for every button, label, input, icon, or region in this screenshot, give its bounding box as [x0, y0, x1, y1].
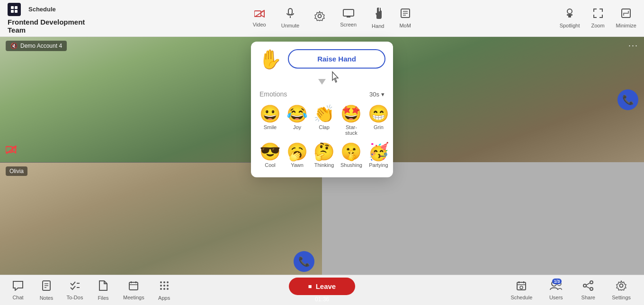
zoom-icon — [593, 8, 603, 21]
phone-button-right[interactable]: 📞 — [617, 89, 638, 110]
svg-point-36 — [167, 281, 169, 283]
share-label: Share — [581, 295, 595, 300]
notes-button[interactable]: Notes — [32, 278, 61, 303]
emoji-thinking[interactable]: 🤔 Thinking — [313, 141, 336, 170]
top-bar-left: Schedule Frontend Development Team — [0, 3, 104, 34]
emoji-yawn[interactable]: 🥱 Yawn — [286, 141, 309, 170]
mom-label: MoM — [399, 23, 411, 28]
meeting-title: Frontend Development Team — [8, 18, 97, 34]
minimize-button[interactable]: Minimize — [616, 8, 636, 28]
chat-icon — [12, 280, 24, 294]
notes-label: Notes — [40, 295, 54, 301]
unmute-icon — [286, 8, 295, 21]
timer-select[interactable]: 30s ▾ — [369, 91, 385, 98]
todos-icon — [70, 280, 80, 294]
settings-nav-icon — [616, 280, 626, 294]
hand-icon — [373, 8, 383, 21]
screen-button[interactable]: Screen — [340, 9, 357, 27]
bottom-bar: Chat Notes To-Dos Files Meetings — [0, 275, 644, 305]
svg-line-54 — [586, 287, 590, 288]
emoji-grin[interactable]: 😁 Grin — [367, 104, 390, 138]
svg-rect-1 — [15, 6, 18, 9]
demo-account-label: 🔇 Demo Account 4 — [6, 41, 67, 51]
emoji-grid: 😀 Smile 😂 Joy 👏 Clap 🤩 Star-stuck 😁 Grin… — [259, 104, 385, 170]
raise-hand-section: ✋ Raise Hand — [259, 49, 385, 69]
users-label: Users — [549, 295, 563, 300]
svg-rect-2 — [11, 10, 14, 13]
timer-value: 30s — [369, 91, 379, 98]
emoji-partying[interactable]: 🥳 Partying — [367, 141, 390, 170]
popup-arrow — [259, 75, 385, 88]
hand-button[interactable]: Hand — [372, 8, 384, 29]
emoji-clap[interactable]: 👏 Clap — [313, 104, 336, 138]
share-button[interactable]: Share — [574, 279, 602, 302]
svg-point-37 — [160, 285, 162, 287]
settings-nav-button[interactable]: Settings — [606, 279, 636, 302]
emoji-joy[interactable]: 😂 Joy — [286, 104, 309, 138]
top-bar: Schedule Frontend Development Team Video… — [0, 0, 644, 37]
leave-button[interactable]: ■ Leave — [289, 278, 355, 295]
mom-icon — [400, 8, 411, 21]
svg-point-50 — [590, 281, 593, 284]
bottom-bar-left: Chat Notes To-Dos Files Meetings — [0, 278, 289, 303]
svg-point-52 — [590, 288, 593, 290]
todos-label: To-Dos — [67, 295, 83, 300]
phone-button-bottom[interactable]: 📞 — [294, 251, 314, 272]
zoom-button[interactable]: Zoom — [591, 8, 604, 28]
svg-point-51 — [583, 284, 586, 287]
files-button[interactable]: Files — [89, 278, 117, 303]
chat-button[interactable]: Chat — [4, 279, 32, 302]
svg-point-38 — [163, 285, 165, 287]
unmute-label: Unmute — [281, 23, 300, 28]
svg-rect-30 — [129, 282, 138, 290]
zoom-label: Zoom — [591, 23, 604, 28]
svg-point-39 — [167, 285, 169, 287]
apps-button[interactable]: Apps — [150, 278, 179, 303]
settings-button[interactable] — [314, 11, 325, 26]
bottom-bar-right: Schedule 1/3 Users Share Settings — [355, 279, 644, 302]
screen-icon — [343, 9, 354, 20]
emoji-smile[interactable]: 😀 Smile — [259, 104, 282, 138]
svg-point-40 — [160, 288, 162, 290]
raise-hand-button[interactable]: Raise Hand — [288, 49, 385, 69]
raise-hand-emoji: ✋ — [259, 50, 282, 69]
svg-point-41 — [163, 288, 165, 290]
svg-rect-3 — [15, 10, 18, 13]
todos-button[interactable]: To-Dos — [61, 279, 89, 302]
svg-point-55 — [620, 284, 623, 287]
bottom-bar-center: ■ Leave 01:36 — [289, 278, 355, 303]
stop-icon: ■ — [308, 283, 312, 290]
share-icon — [583, 280, 593, 294]
svg-rect-19 — [568, 16, 571, 17]
apps-icon — [159, 280, 170, 294]
settings-nav-label: Settings — [612, 295, 631, 300]
video-off-icon — [6, 146, 17, 157]
svg-point-17 — [567, 9, 572, 14]
minimize-icon — [621, 8, 631, 21]
svg-line-53 — [586, 283, 590, 285]
svg-point-9 — [318, 15, 322, 18]
video-button[interactable]: Video — [253, 9, 266, 27]
emoji-cool[interactable]: 😎 Cool — [259, 141, 282, 170]
svg-point-42 — [167, 288, 169, 290]
svg-point-34 — [160, 281, 162, 283]
top-video-more-button[interactable]: ··· — [628, 41, 638, 51]
unmute-button[interactable]: Unmute — [281, 8, 300, 28]
svg-rect-7 — [288, 9, 292, 15]
emoji-starstruck[interactable]: 🤩 Star-stuck — [340, 104, 363, 138]
app-logo — [8, 3, 21, 16]
svg-point-35 — [163, 281, 165, 283]
schedule-nav-button[interactable]: Schedule — [505, 279, 538, 302]
files-label: Files — [98, 295, 108, 301]
spotlight-button[interactable]: Spotlight — [560, 8, 580, 28]
chat-label: Chat — [12, 295, 23, 300]
video-label: Video — [253, 22, 266, 27]
emoji-popup: ✋ Raise Hand Emotions 30s ▾ 😀 Smile 😂 Jo… — [251, 42, 393, 177]
mom-button[interactable]: MoM — [399, 8, 411, 28]
schedule-nav-label: Schedule — [510, 295, 532, 300]
svg-rect-18 — [567, 14, 572, 16]
users-button[interactable]: 1/3 Users — [542, 279, 570, 302]
meetings-button[interactable]: Meetings — [117, 279, 150, 302]
emoji-shushing[interactable]: 🤫 Shushing — [340, 141, 363, 170]
emotions-header: Emotions 30s ▾ — [259, 90, 385, 98]
